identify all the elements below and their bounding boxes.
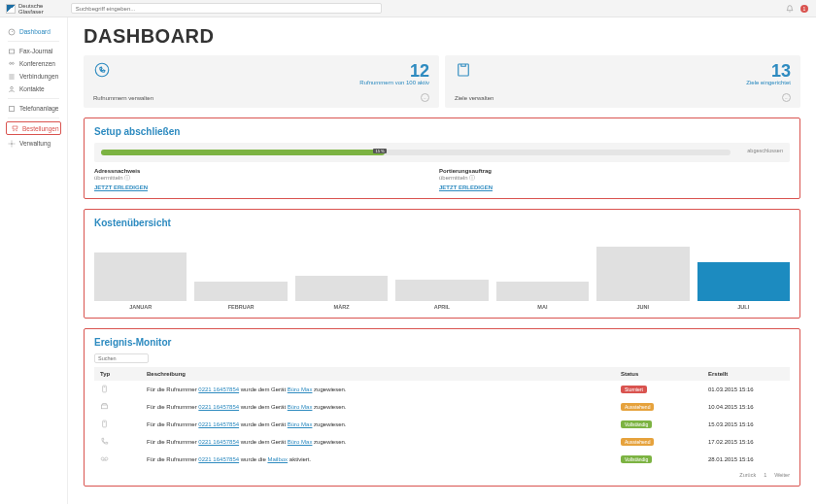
admin-icon [8,140,16,148]
setup-heading: Setup abschließen [94,126,790,137]
event-status: Vollständig [615,416,702,433]
stat-foot-link[interactable]: Rufnummern verwalten [93,95,153,101]
sidebar-item-konferenzen[interactable]: Konferenzen [0,57,67,70]
chart-bar-label: MAI [537,304,547,310]
fax-icon [8,48,16,55]
table-row: Für die Rufnummer 0221 16457854 wurde di… [94,451,790,468]
chart-bar[interactable] [94,252,187,301]
svg-point-14 [101,457,104,460]
svg-point-3 [12,62,14,64]
svg-rect-1 [9,50,14,53]
phone-link[interactable]: 0221 16457854 [198,404,239,410]
minus-icon[interactable]: − [782,93,791,102]
device-link[interactable]: Büro Max [288,421,313,427]
chart-bar[interactable] [295,276,388,301]
status-badge: Vollständig [621,420,652,428]
search-input[interactable] [71,3,382,14]
table-row: Für die Rufnummer 0221 16457854 wurde de… [94,416,790,433]
chart-bar[interactable] [496,282,589,301]
status-badge: Ausstehend [621,403,654,411]
svg-point-8 [11,143,13,145]
event-desc: Für die Rufnummer 0221 16457854 wurde di… [141,451,615,468]
panel-setup: Setup abschließen 15 % abgeschlossen Adr… [84,118,800,199]
phone-link[interactable]: 0221 16457854 [198,439,239,445]
phone-icon [93,61,111,79]
pager: Zurück 1 Weiter [94,472,790,478]
event-desc: Für die Rufnummer 0221 16457854 wurde de… [141,381,615,398]
logo-mark [6,4,16,14]
panel-ereignisse: Ereignis-Monitor Typ Beschreibung Status… [84,328,800,487]
device-link[interactable]: Büro Max [288,386,313,392]
logo-text-2: Glasfaser [18,9,44,15]
chart-bar[interactable] [697,262,790,301]
pager-prev[interactable]: Zurück [739,472,756,478]
status-badge: Storniert [621,386,647,393]
status-badge: Ausstehend [621,438,654,446]
table-row: Für die Rufnummer 0221 16457854 wurde de… [94,398,790,416]
setup-col-link[interactable]: JETZT ERLEDIGEN [439,185,493,190]
chart-bar-label: JANUAR [129,304,152,310]
svg-point-7 [17,130,17,131]
minus-icon[interactable]: − [421,93,429,102]
th-created: Erstellt [702,367,790,381]
sidebar-item-label: Fax-Journal [19,48,52,54]
event-date: 15.03.2015 15:16 [702,416,790,433]
contacts-icon [8,85,16,93]
stat-sub: Ziele eingerichtet [746,80,791,85]
setup-col-sub: übermitteln ⓘ [94,174,148,183]
pager-next[interactable]: Weiter [774,472,790,478]
sidebar-item-label: Konferenzen [19,60,55,67]
chart-bar[interactable] [596,247,689,301]
sidebar-item-telefonanlage[interactable]: Telefonanlage [0,102,67,115]
device-link[interactable]: Büro Max [288,404,313,410]
phone-link[interactable]: 0221 16457854 [198,421,239,427]
svg-point-6 [14,130,15,131]
chart-bar-label: JUNI [637,304,650,310]
device-link[interactable]: Mailbox [267,456,288,462]
chart-bar[interactable] [194,282,287,301]
sidebar-item-label: Bestellungen [22,125,59,132]
page-title: DASHBOARD [84,25,800,48]
svg-point-15 [105,457,108,460]
th-status: Status [615,367,702,381]
phone-link[interactable]: 0221 16457854 [198,386,239,392]
device-link[interactable]: Büro Max [288,439,313,445]
sidebar-item-bestellungen[interactable]: Bestellungen [6,121,61,135]
stats-row: 12 Rufnummern von 100 aktiv Rufnummern v… [84,55,800,108]
events-search-input[interactable] [94,353,149,363]
notification-badge[interactable]: 1 [800,5,808,13]
setup-col-portierung: Portierungsauftrag übermitteln ⓘ JETZT E… [439,168,493,190]
event-status: Storniert [615,381,702,398]
svg-rect-5 [10,106,15,111]
phone-link[interactable]: 0221 16457854 [198,456,239,462]
progress-end-label: abgeschlossen [747,148,783,153]
pager-page[interactable]: 1 [764,472,766,478]
event-status: Ausstehend [615,398,702,416]
dashboard-icon [8,28,16,36]
stat-sub: Rufnummern von 100 aktiv [359,80,429,85]
stat-number: 12 [359,61,429,82]
setup-col-sub: übermitteln ⓘ [439,174,493,183]
chart-bar[interactable] [395,280,488,301]
sidebar-item-fax-journal[interactable]: Fax-Journal [0,45,67,57]
svg-rect-11 [103,386,107,392]
pbx-icon [8,105,16,113]
sidebar-item-verbindungen[interactable]: Verbindungen [0,70,67,83]
event-desc: Für die Rufnummer 0221 16457854 wurde de… [141,416,615,433]
chart-bar-label: JULI [737,304,749,310]
sidebar-item-dashboard[interactable]: Dashboard [0,25,67,38]
setup-col-link[interactable]: JETZT ERLEDIGEN [94,185,148,190]
phone-add-icon [94,416,141,433]
chart-bar-label: APRIL [434,304,451,310]
event-desc: Für die Rufnummer 0221 16457854 wurde de… [141,433,615,451]
sidebar-item-kontakte[interactable]: Kontakte [0,83,67,95]
bell-icon[interactable] [785,4,795,14]
stat-foot-link[interactable]: Ziele verwalten [455,95,493,101]
table-row: Für die Rufnummer 0221 16457854 wurde de… [94,381,790,398]
sidebar-item-verwaltung[interactable]: Verwaltung [0,137,67,150]
progress-percent: 15 % [373,149,386,153]
voicemail-icon [94,451,141,468]
main: DASHBOARD 12 Rufnummern von 100 aktiv Ru… [68,17,816,504]
sidebar-item-label: Dashboard [19,28,51,35]
phone-add-icon [94,381,141,398]
